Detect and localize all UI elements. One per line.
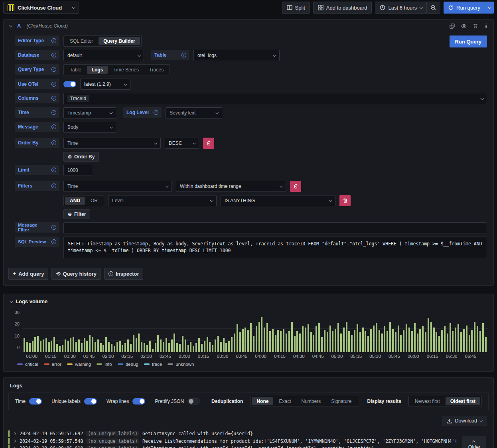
bar[interactable] bbox=[75, 342, 77, 352]
bar[interactable] bbox=[357, 324, 358, 352]
bar[interactable] bbox=[296, 331, 298, 352]
bar[interactable] bbox=[245, 328, 246, 352]
table-select[interactable]: otel_logs bbox=[193, 50, 280, 61]
bar[interactable] bbox=[163, 342, 164, 352]
bar[interactable] bbox=[105, 337, 107, 352]
bar[interactable] bbox=[346, 322, 347, 352]
bar[interactable] bbox=[376, 323, 377, 352]
bar[interactable] bbox=[103, 345, 104, 352]
bar[interactable] bbox=[264, 328, 265, 352]
bar[interactable] bbox=[116, 342, 118, 352]
collapse-chevron-icon[interactable] bbox=[10, 300, 13, 303]
option-table[interactable]: Table bbox=[65, 66, 86, 74]
bar[interactable] bbox=[417, 334, 418, 352]
bar[interactable] bbox=[261, 317, 262, 352]
info-icon[interactable]: i bbox=[51, 67, 56, 72]
legend-item-info[interactable]: info bbox=[97, 362, 112, 367]
bar[interactable] bbox=[43, 339, 44, 352]
bar[interactable] bbox=[373, 326, 375, 352]
bar[interactable] bbox=[425, 332, 426, 352]
bar[interactable] bbox=[51, 341, 52, 352]
bar[interactable] bbox=[73, 337, 74, 352]
bar[interactable] bbox=[32, 341, 34, 352]
bar[interactable] bbox=[146, 345, 148, 352]
bar[interactable] bbox=[305, 328, 306, 352]
bar[interactable] bbox=[471, 330, 473, 352]
bar[interactable] bbox=[455, 328, 456, 352]
bar[interactable] bbox=[485, 337, 487, 352]
bar[interactable] bbox=[335, 329, 336, 352]
bar[interactable] bbox=[466, 326, 467, 352]
bar[interactable] bbox=[136, 338, 137, 352]
bar[interactable] bbox=[384, 326, 385, 352]
order-by-field-select[interactable]: Time bbox=[63, 138, 161, 149]
bar[interactable] bbox=[111, 344, 112, 352]
bar[interactable] bbox=[124, 343, 126, 352]
bar[interactable] bbox=[130, 344, 132, 352]
bar[interactable] bbox=[155, 343, 156, 352]
bar[interactable] bbox=[138, 334, 140, 352]
split-button[interactable]: Split bbox=[282, 2, 310, 14]
bar[interactable] bbox=[157, 335, 159, 352]
bar[interactable] bbox=[141, 342, 142, 352]
bar[interactable] bbox=[452, 331, 454, 352]
bar[interactable] bbox=[340, 334, 342, 352]
query-history-button[interactable]: ⟲ Query history bbox=[51, 268, 101, 280]
time-toggle[interactable] bbox=[29, 398, 42, 405]
bar[interactable] bbox=[332, 331, 333, 352]
bar[interactable] bbox=[84, 338, 85, 352]
bar[interactable] bbox=[62, 345, 63, 352]
bar[interactable] bbox=[228, 341, 230, 352]
bar[interactable] bbox=[482, 323, 484, 352]
bar[interactable] bbox=[414, 323, 416, 352]
bar[interactable] bbox=[100, 343, 102, 352]
filter2-field-select[interactable]: Level bbox=[108, 195, 217, 206]
bar[interactable] bbox=[398, 326, 399, 352]
bar[interactable] bbox=[182, 336, 183, 352]
bar[interactable] bbox=[92, 337, 93, 352]
bar[interactable] bbox=[256, 326, 257, 352]
bar[interactable] bbox=[291, 322, 293, 352]
otel-version-select[interactable]: latest (1.2.9) bbox=[80, 79, 130, 90]
legend-item-unknown[interactable]: unknown bbox=[168, 362, 194, 367]
add-order-by-button[interactable]: ⊕ Order By bbox=[63, 152, 99, 162]
option-time-series[interactable]: Time Series bbox=[108, 66, 144, 74]
info-icon[interactable]: i bbox=[51, 38, 56, 43]
info-icon[interactable]: i bbox=[51, 82, 56, 87]
filter1-operator-select[interactable]: Within dashboard time range bbox=[176, 181, 286, 192]
bar[interactable] bbox=[288, 331, 290, 352]
option-or[interactable]: OR bbox=[86, 197, 103, 205]
bar[interactable] bbox=[327, 332, 328, 352]
bar[interactable] bbox=[321, 337, 323, 352]
bar[interactable] bbox=[127, 339, 129, 352]
bar[interactable] bbox=[318, 323, 320, 352]
bar[interactable] bbox=[34, 337, 36, 352]
option-exact[interactable]: Exact bbox=[274, 397, 296, 405]
bar[interactable] bbox=[337, 323, 339, 352]
bar[interactable] bbox=[313, 335, 314, 352]
bar[interactable] bbox=[166, 338, 167, 352]
bar[interactable] bbox=[190, 342, 191, 352]
bar[interactable] bbox=[215, 339, 216, 352]
bar[interactable] bbox=[225, 343, 227, 352]
log-row[interactable]: 2024-02-19 06:00:06.010(no unique labels… bbox=[8, 445, 489, 448]
info-icon[interactable]: i bbox=[51, 168, 56, 172]
bar[interactable] bbox=[160, 339, 162, 352]
bar[interactable] bbox=[152, 349, 154, 352]
bar[interactable] bbox=[176, 343, 178, 352]
bar[interactable] bbox=[477, 326, 478, 352]
bar[interactable] bbox=[78, 339, 80, 352]
zoom-out-button[interactable] bbox=[426, 2, 440, 14]
time-range-picker[interactable]: Last 6 hours bbox=[375, 2, 426, 14]
bar[interactable] bbox=[86, 341, 88, 352]
expand-caret-icon[interactable] bbox=[13, 440, 16, 442]
filter1-field-select[interactable]: Time bbox=[63, 181, 172, 192]
time-column-select[interactable]: Timestamp bbox=[63, 107, 116, 118]
remove-filter2-button[interactable] bbox=[339, 195, 351, 206]
bar[interactable] bbox=[403, 330, 404, 352]
bar[interactable] bbox=[428, 318, 429, 352]
bar[interactable] bbox=[253, 336, 254, 352]
bar[interactable] bbox=[48, 342, 50, 352]
database-select[interactable]: default bbox=[63, 50, 144, 61]
bar[interactable] bbox=[406, 324, 407, 352]
